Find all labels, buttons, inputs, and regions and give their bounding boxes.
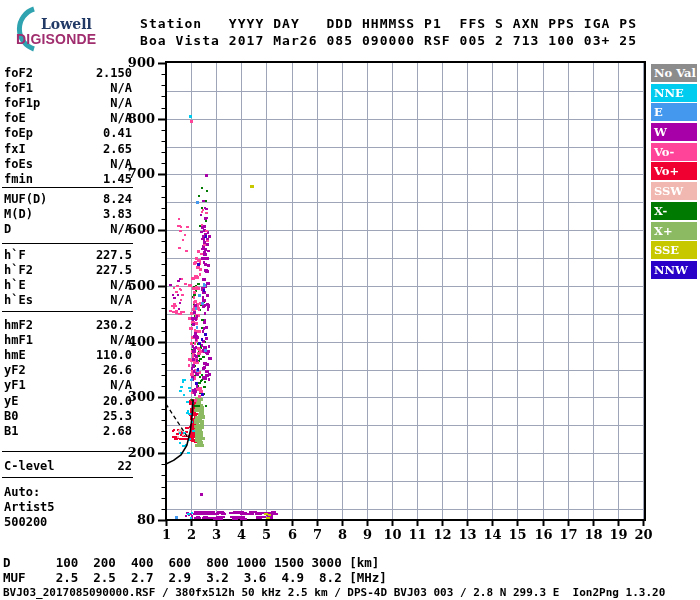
param-label: foF2: [4, 66, 33, 80]
param-row: h`F227.5: [4, 248, 132, 262]
panel-divider: [2, 451, 133, 452]
legend-item-sse: SSE: [651, 241, 697, 259]
param-label: hmE: [4, 348, 26, 362]
param-label: foE: [4, 111, 26, 125]
param-label: yF2: [4, 363, 26, 377]
legend-item-vo-: Vo+: [651, 162, 697, 180]
param-label: M(D): [4, 207, 33, 221]
param-row: B12.68: [4, 424, 132, 438]
param-label: B1: [4, 424, 18, 438]
param-label: MUF(D): [4, 192, 47, 206]
panel-divider: [2, 311, 133, 312]
param-value: 20.0: [103, 394, 132, 408]
param-label: h`F2: [4, 263, 33, 277]
param-label: hmF2: [4, 318, 33, 332]
param-row: M(D)3.83: [4, 207, 132, 221]
legend-item-x-: X+: [651, 222, 697, 240]
param-row: h`F2227.5: [4, 263, 132, 277]
legend-item-vo-: Vo-: [651, 143, 697, 161]
param-row: yF226.6: [4, 363, 132, 377]
param-row: C-level22: [4, 459, 132, 473]
param-row: foF1pN/A: [4, 96, 132, 110]
param-row: fmin1.45: [4, 172, 132, 186]
param-row: yE20.0: [4, 394, 132, 408]
param-value: 25.3: [103, 409, 132, 423]
param-row: foF1N/A: [4, 81, 132, 95]
param-label: foEp: [4, 126, 33, 140]
param-value: 227.5: [96, 263, 132, 277]
param-value: N/A: [110, 378, 132, 392]
param-label: fxI: [4, 142, 26, 156]
legend-item-nne: NNE: [651, 84, 697, 102]
param-label: Artist5: [4, 500, 55, 514]
param-label: foEs: [4, 157, 33, 171]
param-value: N/A: [110, 278, 132, 292]
param-label: h`F: [4, 248, 26, 262]
param-value: 26.6: [103, 363, 132, 377]
param-row: hmF2230.2: [4, 318, 132, 332]
param-row: foEN/A: [4, 111, 132, 125]
header-field-names: Station YYYY DAY DDD HHMMSS P1 FFS S AXN…: [140, 16, 637, 31]
param-value: 1.45: [103, 172, 132, 186]
param-row: yF1N/A: [4, 378, 132, 392]
param-row: hmF1N/A: [4, 333, 132, 347]
param-row: h`EsN/A: [4, 293, 132, 307]
doppler-direction-legend: No ValNNEEWVo-Vo+SSWX-X+SSENNW: [651, 64, 697, 281]
param-label: fmin: [4, 172, 33, 186]
param-row: foF22.150: [4, 66, 132, 80]
legend-item-w: W: [651, 123, 697, 141]
parameter-panel: foF22.150foF1N/AfoF1pN/AfoEN/AfoEp0.41fx…: [0, 0, 136, 600]
legend-item-e: E: [651, 103, 697, 121]
param-row: hmE110.0: [4, 348, 132, 362]
file-info-row: BVJ03_2017085090000.RSF / 380fx512h 50 k…: [3, 586, 665, 599]
param-value: N/A: [110, 293, 132, 307]
param-label: yF1: [4, 378, 26, 392]
param-row: h`EN/A: [4, 278, 132, 292]
param-row: fxI2.65: [4, 142, 132, 156]
legend-item-nnw: NNW: [651, 261, 697, 279]
param-row: Auto:: [4, 485, 132, 499]
muf-scale-row: MUF 2.5 2.5 2.7 2.9 3.2 3.6 4.9 8.2 [MHz…: [3, 570, 387, 585]
param-label: yE: [4, 394, 18, 408]
param-value: N/A: [110, 157, 132, 171]
param-label: h`Es: [4, 293, 33, 307]
param-value: N/A: [110, 96, 132, 110]
param-label: hmF1: [4, 333, 33, 347]
param-value: 0.41: [103, 126, 132, 140]
distance-scale-row: D 100 200 400 600 800 1000 1500 3000 [km…: [3, 555, 379, 570]
param-label: D: [4, 222, 11, 236]
param-value: N/A: [110, 333, 132, 347]
ionogram-app: { "logo": {"line1": "Lowell", "line2": "…: [0, 0, 700, 600]
param-value: 22: [118, 459, 132, 473]
panel-divider: [2, 187, 133, 188]
param-label: C-level: [4, 459, 55, 473]
param-label: 500200: [4, 515, 47, 529]
legend-item-ssw: SSW: [651, 182, 697, 200]
param-label: h`E: [4, 278, 26, 292]
param-value: N/A: [110, 81, 132, 95]
param-value: 3.83: [103, 207, 132, 221]
param-label: foF1p: [4, 96, 40, 110]
param-value: 2.68: [103, 424, 132, 438]
param-row: MUF(D)8.24: [4, 192, 132, 206]
param-row: foEp0.41: [4, 126, 132, 140]
header-field-values: Boa Vista 2017 Mar26 085 090000 RSF 005 …: [140, 33, 637, 48]
legend-item-no-val: No Val: [651, 64, 697, 82]
param-label: foF1: [4, 81, 33, 95]
param-label: B0: [4, 409, 18, 423]
panel-divider: [2, 477, 133, 478]
param-value: N/A: [110, 222, 132, 236]
param-value: 2.150: [96, 66, 132, 80]
param-row: foEsN/A: [4, 157, 132, 171]
legend-item-x-: X-: [651, 202, 697, 220]
param-value: 8.24: [103, 192, 132, 206]
param-value: 230.2: [96, 318, 132, 332]
param-row: Artist5: [4, 500, 132, 514]
param-row: 500200: [4, 515, 132, 529]
param-value: 227.5: [96, 248, 132, 262]
panel-divider: [2, 243, 133, 244]
param-value: N/A: [110, 111, 132, 125]
param-row: DN/A: [4, 222, 132, 236]
param-row: B025.3: [4, 409, 132, 423]
param-label: Auto:: [4, 485, 40, 499]
